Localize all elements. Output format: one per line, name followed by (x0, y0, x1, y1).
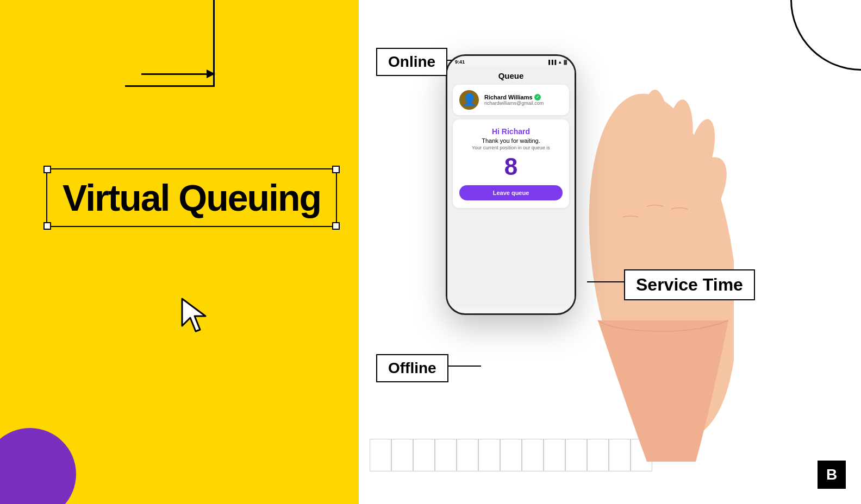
service-time-label-box: Service Time (624, 269, 755, 300)
arrow-decoration (141, 70, 215, 78)
user-card: 👤 Richard Williams ✓ richardwilliams@gma… (453, 85, 569, 115)
position-text: Your current position in our queue is (459, 145, 563, 150)
offline-label-box: Offline (376, 354, 448, 382)
service-time-connector-line (587, 281, 625, 282)
virtual-queuing-label: Virtual Queuing (46, 168, 337, 227)
handle-bottom-left (43, 222, 51, 230)
battery-icon: ▓ (564, 60, 567, 65)
phone-screen: Queue 👤 Richard Williams ✓ richardwillia… (447, 66, 575, 308)
offline-connector-line (446, 366, 481, 367)
phone-status-bar: 9:41 ▐▐▐ ▲ ▓ (447, 56, 575, 66)
verified-badge: ✓ (534, 94, 541, 100)
b-logo: B (818, 461, 846, 489)
thank-you-text: Thank you for waiting. (459, 137, 563, 144)
handle-bottom-right (332, 222, 340, 230)
phone-frame: 9:41 ▐▐▐ ▲ ▓ Queue 👤 Richard Williams ✓ (446, 54, 576, 315)
handle-top-right (332, 166, 340, 173)
phone-mockup: 9:41 ▐▐▐ ▲ ▓ Queue 👤 Richard Williams ✓ (446, 54, 576, 315)
online-label-text: Online (388, 53, 435, 70)
greeting-text: Hi Richard (459, 127, 563, 136)
phone-screen-title: Queue (447, 66, 575, 85)
queue-info-card: Hi Richard Thank you for waiting. Your c… (453, 119, 569, 208)
signal-icon: ▐▐▐ (547, 60, 556, 65)
user-name-text: Richard Williams (484, 94, 533, 100)
avatar-face-icon: 👤 (462, 93, 477, 107)
b-logo-letter: B (826, 466, 837, 483)
user-info: Richard Williams ✓ richardwilliams@gmail… (484, 94, 563, 106)
wifi-icon: ▲ (558, 60, 562, 65)
phone-status-icons: ▐▐▐ ▲ ▓ (547, 60, 567, 65)
phone-time: 9:41 (455, 59, 465, 65)
user-email: richardwilliams@gmail.com (484, 100, 563, 106)
leave-queue-button[interactable]: Leave queue (459, 185, 563, 200)
user-name-row: Richard Williams ✓ (484, 94, 563, 100)
user-avatar: 👤 (459, 90, 479, 110)
online-label-box: Online (376, 48, 447, 76)
main-headline: Virtual Queuing (63, 179, 321, 216)
offline-label-text: Offline (388, 360, 436, 376)
bottom-grid-decoration (370, 439, 674, 471)
service-time-label-text: Service Time (636, 275, 743, 294)
queue-number: 8 (459, 155, 563, 179)
handle-top-left (43, 166, 51, 173)
cursor-icon (179, 296, 212, 339)
